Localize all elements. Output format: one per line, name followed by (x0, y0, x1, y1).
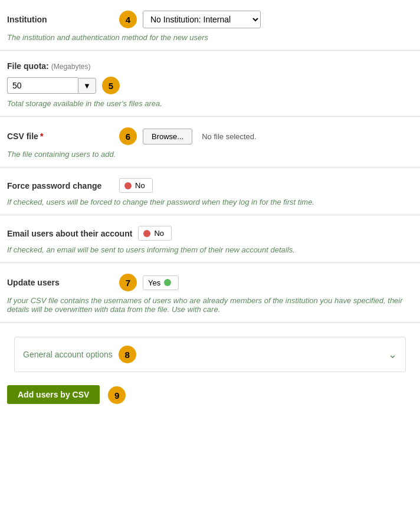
email-users-value: No (154, 229, 164, 238)
no-file-text: No file selected. (202, 132, 257, 141)
update-users-value: Yes (148, 278, 160, 287)
quota-input[interactable] (7, 77, 78, 94)
update-users-toggle[interactable]: Yes (143, 275, 179, 290)
force-password-value: No (135, 181, 145, 190)
csv-file-section: CSV file* 6 Browse... No file selected. … (0, 117, 420, 168)
update-users-label: Update users (7, 278, 113, 287)
force-password-label: Force password change (7, 181, 113, 191)
email-users-toggle[interactable]: No (138, 226, 172, 241)
update-users-dot (164, 279, 171, 286)
general-account-header-left: General account options 8 (23, 346, 136, 363)
quota-step-badge: 5 (102, 77, 120, 94)
email-users-label: Email users about their account (7, 229, 132, 238)
chevron-down-icon: ⌄ (388, 348, 397, 361)
institution-label: Institution (7, 15, 113, 24)
general-account-label: General account options (23, 350, 113, 359)
update-users-section: Update users 7 Yes If your CSV file cont… (0, 263, 420, 323)
institution-select[interactable]: No Institution: InternalInstitution AIns… (143, 11, 261, 28)
file-quota-section: File quota:(Megabytes) ▼ 5 Total storage… (0, 51, 420, 117)
force-password-dot (124, 182, 132, 189)
quota-hint: Total storage available in the user's fi… (7, 99, 413, 108)
quota-dropdown-btn[interactable]: ▼ (78, 78, 96, 94)
add-users-button[interactable]: Add users by CSV (7, 385, 100, 404)
email-users-hint: If checked, an email will be sent to use… (7, 245, 413, 254)
general-account-header[interactable]: General account options 8 ⌄ (14, 337, 406, 372)
force-password-section: Force password change No If checked, use… (0, 168, 420, 215)
update-users-hint: If your CSV file contains the usernames … (7, 296, 413, 314)
add-btn-section: Add users by CSV 9 (0, 376, 420, 413)
file-quota-label: File quota:(Megabytes) (7, 61, 113, 71)
csv-hint: The file containing users to add. (7, 150, 413, 159)
browse-button[interactable]: Browse... (143, 129, 192, 145)
institution-hint: The institution and authentication metho… (7, 33, 413, 42)
csv-file-label: CSV file* (7, 132, 113, 141)
email-users-section: Email users about their account No If ch… (0, 215, 420, 263)
add-btn-step-badge: 9 (108, 386, 126, 404)
quota-input-group: ▼ (7, 77, 96, 94)
institution-step-badge: 4 (119, 11, 137, 28)
general-account-step-badge: 8 (119, 346, 136, 363)
force-password-toggle[interactable]: No (119, 178, 153, 193)
csv-step-badge: 6 (119, 127, 137, 145)
institution-section: Institution 4 No Institution: InternalIn… (0, 0, 420, 51)
general-account-container: General account options 8 ⌄ (0, 323, 420, 376)
email-users-dot (143, 230, 150, 237)
update-users-step-badge: 7 (119, 274, 137, 291)
force-password-hint: If checked, users will be forced to chan… (7, 198, 413, 206)
